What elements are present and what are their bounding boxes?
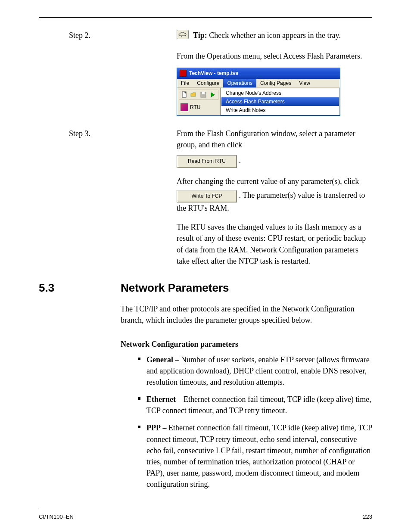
window-title: TechView - temp.tvs — [189, 70, 238, 76]
bullet-ethernet: Ethernet – Ethernet connection fail time… — [138, 394, 372, 416]
open-folder-icon[interactable] — [189, 90, 199, 99]
app-icon — [180, 70, 187, 77]
run-arrow-icon[interactable] — [208, 90, 218, 99]
step2-text: From the Operations menu, select Access … — [177, 50, 372, 62]
network-intro: The TCP/IP and other protocols are speci… — [121, 303, 372, 326]
step-label-2: Step 2. — [39, 30, 177, 41]
menu-item-access-flash[interactable]: Access Flash Parameters — [221, 97, 339, 106]
read-from-rtu-button[interactable]: Read From RTU — [177, 155, 237, 168]
rtu-icon — [181, 103, 188, 111]
menu-item-change-address[interactable]: Change Node's Address — [221, 89, 339, 97]
network-subhead: Network Configuration parameters — [121, 339, 372, 350]
window-titlebar: TechView - temp.tvs — [177, 68, 340, 79]
step-label-3: Step 3. — [39, 128, 177, 139]
save-icon[interactable] — [199, 90, 208, 99]
bullet-general: General – Number of user sockets, enable… — [138, 354, 372, 388]
menu-file[interactable]: File — [177, 79, 193, 87]
step3-text-a: From the Flash Configuration window, sel… — [177, 128, 372, 150]
svg-rect-2 — [202, 92, 205, 94]
step3-text-c: After changing the current value of any … — [177, 177, 359, 186]
operations-dropdown: Change Node's Address Access Flash Param… — [221, 88, 340, 115]
footer-left: CI/TN100–EN — [39, 513, 74, 520]
tip-cloud-icon — [177, 30, 189, 39]
footer-page: 223 — [363, 513, 372, 520]
section-title: Network Parameters — [121, 281, 229, 295]
menu-view[interactable]: View — [295, 79, 314, 87]
new-file-icon[interactable] — [180, 90, 189, 99]
step3-text-e: The RTU saves the changed values to its … — [177, 221, 372, 266]
menu-configure[interactable]: Configure — [193, 79, 223, 87]
menu-config-pages[interactable]: Config Pages — [256, 79, 295, 87]
bullet-ppp: PPP – Ethernet connection fail timeout, … — [138, 422, 372, 490]
menu-item-write-audit[interactable]: Write Audit Notes — [221, 106, 339, 115]
menu-operations[interactable]: Operations — [223, 79, 256, 87]
section-number: 5.3 — [39, 281, 121, 295]
step3-text-b: . — [239, 156, 241, 165]
techview-window: TechView - temp.tvs File Configure Opera… — [177, 68, 340, 116]
menubar: File Configure Operations Config Pages V… — [177, 79, 340, 88]
rtu-node[interactable]: RTU — [179, 103, 218, 111]
toolbar — [179, 90, 218, 100]
write-to-fcp-button[interactable]: Write To FCP — [177, 190, 237, 202]
rtu-label: RTU — [190, 104, 200, 110]
step2-tip: Tip: Check whether an icon appears in th… — [193, 30, 341, 41]
